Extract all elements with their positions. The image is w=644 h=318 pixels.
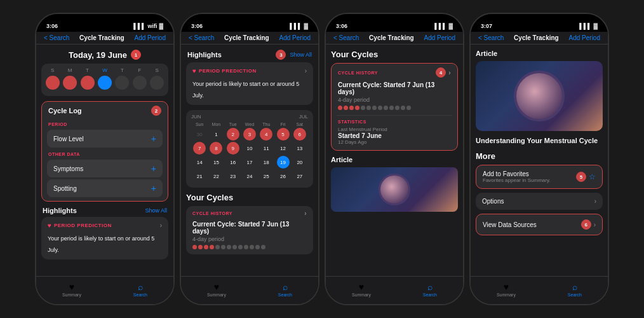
spotting-plus-btn[interactable]: +	[151, 183, 156, 193]
nav-title-2: Cycle Tracking	[224, 34, 269, 41]
signal-icon-2: ▌▌▌	[290, 23, 302, 29]
period-pred-label-2: PERIOD PREDICTION	[199, 68, 257, 74]
cal-day-s2[interactable]	[150, 76, 164, 90]
mini-cal-labels: Sun Mon Tue Wed Thu Fri Sat	[191, 122, 308, 127]
cal-labels-1: S M T W T F S	[44, 67, 166, 73]
nav-back-3[interactable]: < Search	[333, 34, 359, 41]
nav-bar-2: < Search Cycle Tracking Add Period	[181, 32, 318, 45]
article-label-3: Article	[331, 156, 458, 163]
current-cycle-2: Current Cycle: Started 7 Jun (13 days)	[192, 221, 307, 235]
month-jul: JUL	[299, 114, 308, 120]
screen-4: 3:07 ▌▌▌ ▓ < Search Cycle Tracking Add P…	[471, 14, 608, 304]
cal-day-t[interactable]	[81, 76, 95, 90]
tab-summary-1[interactable]: ♥ Summary	[62, 282, 81, 297]
add-period-btn-2[interactable]: Add Period	[279, 34, 311, 41]
mini-cal-row-0: 30 1 2 3 4 5 6	[191, 128, 308, 141]
chevron-1: ›	[160, 222, 162, 229]
add-period-btn-1[interactable]: Add Period	[135, 34, 166, 41]
content-4: Article Understanding Your Menstrual Cyc…	[471, 45, 608, 276]
tab-search-label-4: Search	[568, 293, 582, 297]
tab-search-3[interactable]: ⌕ Search	[423, 282, 437, 297]
battery-icon-3: ▓	[448, 23, 453, 29]
nav-back-1[interactable]: < Search	[44, 34, 69, 41]
article-image-3[interactable]	[331, 167, 458, 212]
chevron-data: ›	[594, 221, 596, 228]
notch-3	[369, 14, 420, 27]
tab-bar-3: ♥ Summary ⌕ Search	[326, 276, 463, 304]
highlight-header-1: ♥ PERIOD PREDICTION ›	[48, 222, 162, 229]
cycle-info-2: Current Cycle: Started 7 Jun (13 days) 4…	[186, 218, 313, 254]
options-label: Options	[482, 198, 504, 205]
nav-back-2[interactable]: < Search	[189, 34, 214, 41]
flow-plus-btn[interactable]: +	[151, 134, 156, 144]
show-all-1[interactable]: Show All	[145, 207, 167, 214]
cal-days-1	[44, 76, 166, 90]
search-icon-3: ⌕	[427, 282, 433, 292]
time-1: 3:06	[46, 23, 58, 29]
cycle-card-2[interactable]: CYCLE HISTORY › Current Cycle: Started 7…	[186, 206, 313, 254]
nav-bar-1: < Search Cycle Tracking Add Period	[36, 32, 173, 45]
data-right: 6 ›	[581, 219, 596, 230]
show-all-2[interactable]: Show All	[290, 52, 312, 58]
status-icons-2: ▌▌▌ ▓	[290, 23, 308, 29]
flow-level-row[interactable]: Flow Level +	[47, 130, 163, 148]
prediction-text-1: Your period is likely to start on or aro…	[48, 235, 154, 253]
cycle-history-label-2: CYCLE HISTORY ›	[186, 206, 313, 218]
screen-2: 3:06 ▌▌▌ ▓ < Search Cycle Tracking Add P…	[181, 14, 318, 304]
heart-icon-2: ♥	[214, 282, 219, 292]
badge-4: 4	[436, 67, 446, 78]
screen-3: 3:06 ▌▌▌ ▓ < Search Cycle Tracking Add P…	[326, 14, 463, 304]
symptoms-row[interactable]: Symptoms +	[47, 160, 163, 177]
tab-summary-4[interactable]: ♥ Summary	[497, 282, 516, 297]
signal-icon: ▌▌▌	[133, 23, 145, 29]
view-data-sources-btn[interactable]: View Data Sources 6 ›	[476, 214, 603, 235]
cal-day-t2[interactable]	[115, 76, 129, 90]
cycle-card-3[interactable]: CYCLE HISTORY 4 › Current Cycle: Started…	[331, 63, 458, 151]
large-art-inner	[476, 61, 603, 131]
heart-icon-3: ♥	[359, 282, 364, 292]
large-art-circle	[514, 71, 565, 121]
status-icons-3: ▌▌▌ ▓	[434, 23, 453, 29]
large-article-image-4[interactable]	[476, 61, 603, 131]
phone-4: 3:07 ▌▌▌ ▓ < Search Cycle Tracking Add P…	[469, 13, 609, 305]
phones-container: 3:06 ▌▌▌ wifi ▓ < Search Cycle Tracking …	[29, 6, 615, 312]
highlight-card-2[interactable]: ♥ PERIOD PREDICTION › Your period is lik…	[186, 62, 313, 105]
symptoms-plus-btn[interactable]: +	[151, 163, 156, 174]
nav-title-4: Cycle Tracking	[514, 34, 559, 41]
cal-day-m[interactable]	[63, 76, 77, 90]
nav-bar-3: < Search Cycle Tracking Add Period	[326, 32, 463, 45]
tab-search-1[interactable]: ⌕ Search	[133, 282, 147, 297]
search-icon-1: ⌕	[138, 282, 143, 292]
period-label: PERIOD	[42, 120, 168, 128]
cycle-dots-2	[192, 245, 307, 249]
add-period-btn-3[interactable]: Add Period	[424, 34, 455, 41]
cycle-log-card: Cycle Log 2 PERIOD Flow Level + OTHER DA…	[41, 101, 168, 202]
spotting-row[interactable]: Spotting +	[47, 179, 163, 197]
cal-day-s[interactable]	[46, 76, 60, 90]
cycle-info-3: Current Cycle: Started 7 Jun (13 days) 4…	[332, 79, 457, 115]
tab-summary-3[interactable]: ♥ Summary	[352, 282, 371, 297]
nav-title-3: Cycle Tracking	[369, 34, 414, 41]
cal-day-w[interactable]	[98, 76, 112, 90]
cal-day-f[interactable]	[133, 76, 147, 90]
favorites-left: Add to Favorites Favorites appear in Sum…	[483, 170, 551, 183]
article-img-inner-3	[331, 167, 458, 212]
four-day-3: 4-day period	[338, 97, 451, 103]
highlights-header-2: Highlights 3 Show All	[186, 50, 313, 62]
add-favorites-btn[interactable]: Add to Favorites Favorites appear in Sum…	[476, 165, 603, 189]
prediction-text-2: Your period is likely to start on or aro…	[192, 81, 299, 99]
options-btn[interactable]: Options ›	[476, 193, 603, 210]
tab-search-4[interactable]: ⌕ Search	[568, 282, 582, 297]
mini-cal-row-3: 21 22 23 24 25 26 27	[191, 170, 308, 183]
more-title-4: More	[476, 151, 603, 161]
search-icon-4: ⌕	[572, 282, 577, 292]
nav-back-4[interactable]: < Search	[478, 34, 504, 41]
spotting-label: Spotting	[53, 185, 77, 192]
phone-1: 3:06 ▌▌▌ wifi ▓ < Search Cycle Tracking …	[35, 13, 175, 305]
tab-search-2[interactable]: ⌕ Search	[278, 282, 292, 297]
tab-bar-1: ♥ Summary ⌕ Search	[36, 276, 173, 304]
date-header-1: Today, 19 June 1	[41, 50, 168, 60]
tab-summary-2[interactable]: ♥ Summary	[207, 282, 226, 297]
highlight-card-1: ♥ PERIOD PREDICTION › Your period is lik…	[41, 217, 168, 259]
add-period-btn-4[interactable]: Add Period	[569, 34, 600, 41]
